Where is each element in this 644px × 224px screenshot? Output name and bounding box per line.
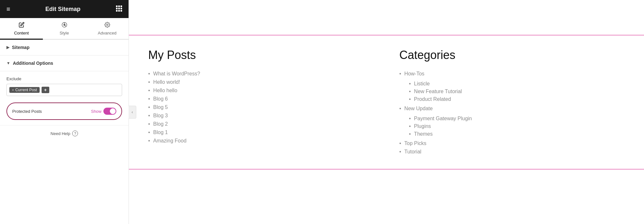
pencil-icon: [19, 22, 24, 29]
list-item: Top Picks: [399, 139, 625, 148]
page-title: Edit Sitemap: [45, 6, 81, 13]
list-item: Hello hello: [148, 86, 374, 95]
pink-border-bottom: [129, 169, 644, 170]
collapse-arrow-icon: ‹: [132, 110, 133, 114]
additional-options-arrow: ▼: [6, 61, 10, 65]
svg-rect-4: [118, 8, 120, 9]
sidebar-header: ≡ Edit Sitemap: [0, 0, 129, 18]
list-item: Product Related: [409, 95, 462, 103]
sub-list: Payment Gateway Plugin Plugins Themes: [399, 115, 472, 138]
list-item: Blog 5: [148, 103, 374, 112]
list-item: Payment Gateway Plugin: [409, 115, 472, 122]
svg-rect-5: [120, 8, 122, 9]
list-item: Hello world!: [148, 78, 374, 86]
tab-content[interactable]: Content: [0, 18, 43, 40]
tabs-bar: Content Style Advanced: [0, 18, 129, 40]
categories-list: How-Tos Listicle New Feature Tutorial Pr…: [399, 70, 625, 156]
list-item: Blog 3: [148, 112, 374, 120]
protected-posts-label: Protected Posts: [12, 109, 42, 114]
list-item: Blog 2: [148, 120, 374, 128]
sidebar-content: ▶ Sitemap ▼ Additional Options Exclude ×…: [0, 40, 129, 224]
list-item: Amazing Food: [148, 137, 374, 145]
additional-options-body: Exclude × Current Post + Protected Posts…: [0, 71, 129, 125]
list-item: New Feature Tutorial: [409, 88, 462, 95]
svg-point-10: [63, 24, 65, 26]
categories-title: Categories: [399, 48, 625, 62]
protected-posts-toggle-wrapper: Show: [91, 108, 116, 115]
posts-title: My Posts: [148, 48, 374, 62]
need-help-label: Need Help: [51, 131, 70, 136]
tag-label: Current Post: [15, 88, 37, 92]
svg-point-11: [106, 24, 108, 26]
categories-column: Categories How-Tos Listicle New Feature …: [399, 48, 625, 156]
sub-list: Listicle New Feature Tutorial Product Re…: [399, 80, 462, 103]
list-item: Themes: [409, 130, 472, 138]
gear-icon: [104, 22, 110, 29]
svg-rect-6: [116, 10, 118, 12]
list-item: What is WordPress?: [148, 70, 374, 78]
exclude-label: Exclude: [6, 76, 122, 81]
svg-rect-0: [116, 5, 118, 7]
toggle-slider: [103, 108, 116, 115]
svg-rect-3: [116, 8, 118, 9]
posts-list: What is WordPress? Hello world! Hello he…: [148, 70, 374, 145]
svg-rect-8: [120, 10, 122, 12]
list-item: Plugins: [409, 122, 472, 130]
sitemap-section-header[interactable]: ▶ Sitemap: [0, 40, 129, 55]
style-icon: [62, 22, 67, 29]
tag-add-button[interactable]: +: [42, 87, 49, 93]
content-area: My Posts What is WordPress? Hello world!…: [129, 35, 644, 169]
hamburger-icon[interactable]: ≡: [6, 5, 10, 13]
tab-content-label: Content: [14, 31, 29, 35]
current-post-tag: × Current Post: [9, 87, 40, 93]
list-item: New Update Payment Gateway Plugin Plugin…: [399, 104, 625, 139]
grid-icon[interactable]: [116, 5, 122, 13]
tab-style-label: Style: [60, 31, 69, 35]
main-wrapper: My Posts What is WordPress? Hello world!…: [129, 0, 644, 224]
svg-rect-7: [118, 10, 120, 12]
tab-style[interactable]: Style: [43, 18, 86, 40]
need-help-button[interactable]: Need Help ?: [0, 125, 129, 141]
sidebar: ≡ Edit Sitemap C: [0, 0, 129, 224]
toggle-show-label: Show: [91, 109, 101, 114]
tag-remove-icon[interactable]: ×: [12, 88, 14, 92]
collapse-arrow[interactable]: ‹: [129, 106, 136, 119]
additional-options-section-header[interactable]: ▼ Additional Options: [0, 55, 129, 71]
sitemap-section-label: Sitemap: [12, 45, 29, 50]
tab-advanced-label: Advanced: [98, 31, 117, 35]
list-item: Blog 6: [148, 95, 374, 103]
svg-rect-2: [120, 5, 122, 7]
protected-posts-toggle[interactable]: [103, 108, 116, 115]
svg-rect-1: [118, 5, 120, 7]
list-item: How-Tos Listicle New Feature Tutorial Pr…: [399, 70, 625, 104]
help-icon: ?: [72, 131, 78, 136]
main-content: My Posts What is WordPress? Hello world!…: [129, 0, 644, 224]
tab-advanced[interactable]: Advanced: [86, 18, 129, 40]
posts-column: My Posts What is WordPress? Hello world!…: [148, 48, 374, 156]
sitemap-arrow: ▶: [6, 45, 9, 50]
exclude-input[interactable]: × Current Post +: [6, 84, 122, 96]
additional-options-section-label: Additional Options: [13, 61, 53, 66]
protected-posts-row: Protected Posts Show: [6, 102, 122, 120]
list-item: Blog 1: [148, 128, 374, 137]
list-item: Tutorial: [399, 148, 625, 156]
list-item: Listicle: [409, 80, 462, 88]
